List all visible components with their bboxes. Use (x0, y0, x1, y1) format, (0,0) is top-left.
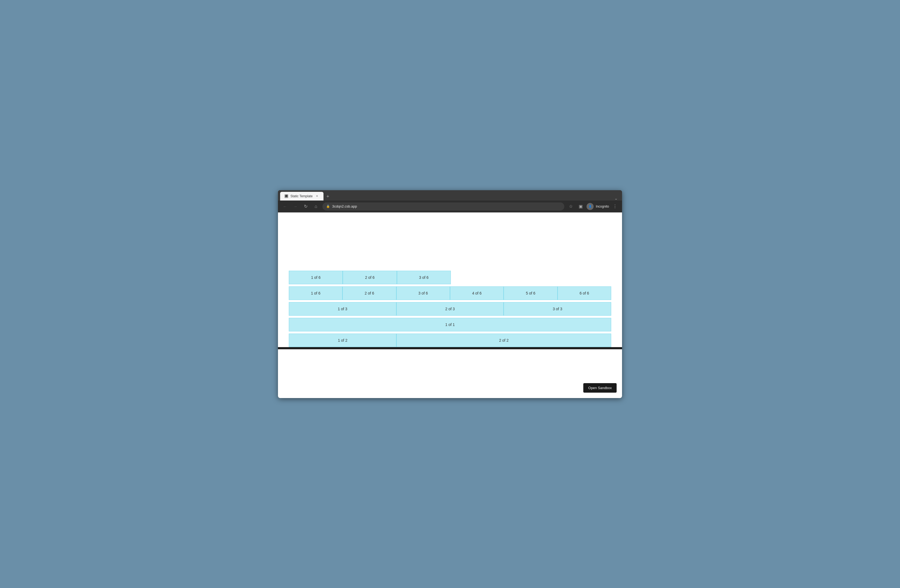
address-input[interactable]: 🔒 3cdqn2.csb.app (323, 202, 564, 211)
cell-2-1: 1 of 6 (289, 286, 343, 300)
address-bar: ← → ↻ ⌂ 🔒 3cdqn2.csb.app ☆ ▣ 👤 Incognito… (278, 200, 622, 213)
grid-row-1: 1 of 6 2 of 6 3 of 6 (289, 271, 611, 284)
address-actions: ☆ ▣ 👤 Incognito ⋮ (567, 203, 619, 210)
cell-5-2: 2 of 2 (396, 334, 611, 347)
new-tab-button[interactable]: + (324, 193, 332, 200)
page-content: 1 of 6 2 of 6 3 of 6 1 of 6 2 of 6 3 of … (278, 213, 622, 347)
forward-button[interactable]: → (292, 203, 299, 210)
sidebar-button[interactable]: ▣ (577, 203, 584, 210)
cell-1-3: 3 of 6 (397, 271, 451, 284)
browser-window: ⬛ Static Template ✕ + ⌄ ← → ↻ ⌂ 🔒 3cdqn2… (278, 190, 622, 398)
cell-2-5: 5 of 6 (504, 286, 557, 300)
cell-5-1: 1 of 2 (289, 334, 396, 347)
back-button[interactable]: ← (281, 203, 289, 210)
tab-menu-button[interactable]: ⌄ (614, 196, 618, 200)
cell-3-2: 2 of 3 (396, 302, 504, 316)
grid-row-4: 1 of 1 (289, 318, 611, 331)
tab-favicon: ⬛ (284, 194, 288, 198)
reload-button[interactable]: ↻ (302, 203, 309, 210)
cell-4-1: 1 of 1 (289, 318, 611, 331)
url-display: 3cdqn2.csb.app (332, 204, 357, 208)
tab-bar-spacer: ⌄ (332, 196, 620, 200)
lock-icon: 🔒 (326, 205, 330, 208)
cell-2-6: 6 of 6 (557, 286, 611, 300)
cell-2-3: 3 of 6 (396, 286, 450, 300)
row1-spacer (451, 271, 611, 284)
cell-1-2: 2 of 6 (343, 271, 397, 284)
open-sandbox-button[interactable]: Open Sandbox (583, 383, 617, 393)
bottom-area: Open Sandbox (278, 349, 622, 398)
menu-button[interactable]: ⋮ (611, 203, 619, 210)
bookmark-button[interactable]: ☆ (567, 203, 575, 210)
tab-bar: ⬛ Static Template ✕ + ⌄ (278, 190, 622, 200)
cell-3-1: 1 of 3 (289, 302, 396, 316)
cell-2-2: 2 of 6 (343, 286, 396, 300)
grid-row-5: 1 of 2 2 of 2 (289, 334, 611, 347)
cell-3-3: 3 of 3 (504, 302, 611, 316)
browser-tab[interactable]: ⬛ Static Template ✕ (280, 192, 323, 200)
incognito-label: Incognito (596, 205, 609, 208)
top-space (289, 220, 611, 271)
cell-1-1: 1 of 6 (289, 271, 343, 284)
tab-close-button[interactable]: ✕ (315, 194, 319, 199)
profile-button[interactable]: 👤 (587, 203, 594, 210)
grid-row-2: 1 of 6 2 of 6 3 of 6 4 of 6 5 of 6 6 of … (289, 286, 611, 300)
cell-2-4: 4 of 6 (450, 286, 504, 300)
home-button[interactable]: ⌂ (312, 203, 320, 210)
grid-row-3: 1 of 3 2 of 3 3 of 3 (289, 302, 611, 316)
tab-title: Static Template (290, 194, 313, 198)
